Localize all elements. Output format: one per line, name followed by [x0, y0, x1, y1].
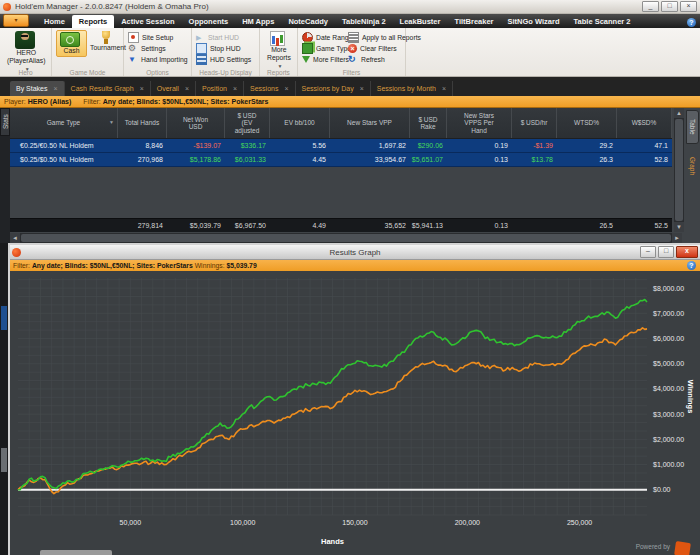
column-header-7[interactable]: New Stars VPPS Per Hand	[447, 108, 512, 138]
horizontal-scrollbar[interactable]: ◄ ►	[10, 233, 682, 243]
hero-player-button[interactable]: HERO (PlayerAlias) ▼	[4, 30, 49, 73]
report-tab-position[interactable]: Position×	[196, 81, 244, 96]
column-header-0[interactable]: Game Type▼	[10, 108, 118, 138]
close-tab-icon[interactable]: ×	[185, 85, 189, 92]
site-setup-button[interactable]: Site Setup	[128, 32, 187, 43]
close-tab-icon[interactable]: ×	[442, 85, 446, 92]
stop-hud-label: Stop HUD	[210, 45, 241, 52]
stop-hud-button[interactable]: Stop HUD	[196, 43, 255, 54]
column-header-10[interactable]: W$SD%	[617, 108, 672, 138]
report-tab-overall[interactable]: Overall×	[151, 81, 196, 96]
maximize-button[interactable]: □	[661, 1, 678, 12]
cell: €0.25/€0.50 NL Holdem	[10, 139, 118, 152]
hud-settings-label: HUD Settings	[210, 56, 251, 63]
menu-tab-leakbuster[interactable]: LeakBuster	[393, 15, 448, 28]
scroll-right-icon[interactable]: ►	[672, 233, 682, 243]
y-axis-tick-label: $0.00	[653, 486, 671, 493]
cash-button[interactable]: Cash	[56, 30, 87, 57]
report-tab-sessions-by-day[interactable]: Sessions by Day×	[296, 81, 371, 96]
column-header-9[interactable]: WTSD%	[557, 108, 617, 138]
report-tab-cash-results-graph[interactable]: Cash Results Graph×	[65, 81, 151, 96]
background-left-edge	[0, 243, 8, 555]
menu-tab-active-session[interactable]: Active Session	[114, 15, 181, 28]
menu-tab-tiltbreaker[interactable]: TiltBreaker	[447, 15, 500, 28]
column-header-6[interactable]: $ USD Rake	[410, 108, 447, 138]
menu-tab-table-scanner-2[interactable]: Table Scanner 2	[567, 15, 638, 28]
minimize-button[interactable]: _	[642, 1, 659, 12]
y-axis-title: Winnings	[686, 380, 695, 414]
vertical-scrollbar[interactable]: ▲ ▼	[674, 108, 684, 232]
refresh-button[interactable]: ↻Refresh	[348, 54, 421, 65]
graph-minimize-button[interactable]: –	[640, 246, 656, 258]
close-tab-icon[interactable]: ×	[233, 85, 237, 92]
vertical-scroll-thumb[interactable]	[675, 119, 683, 221]
column-header-4[interactable]: EV bb/100	[270, 108, 330, 138]
game-type-icon	[302, 43, 313, 54]
more-filters-button[interactable]: More Filters	[302, 54, 348, 65]
cell: 26.3	[557, 153, 617, 166]
column-header-1[interactable]: Total Hands	[118, 108, 167, 138]
column-header-8[interactable]: $ USD/hr	[512, 108, 557, 138]
results-chart: $0.00$1,000.00$2,000.00$3,000.00$4,000.0…	[10, 271, 696, 555]
more-reports-button[interactable]: More Reports ▼	[264, 30, 294, 70]
cell: $0.25/$0.50 NL Holdem	[10, 153, 118, 166]
graph-filter-bar: Filter: Any date; Blinds: $50NL,€50NL; S…	[10, 260, 700, 271]
cell: 47.1	[617, 139, 672, 152]
close-tab-icon[interactable]: ×	[284, 85, 288, 92]
column-header-3[interactable]: $ USD (EV adjusted	[225, 108, 270, 138]
report-tab-sessions-by-month[interactable]: Sessions by Month×	[371, 81, 453, 96]
stop-hud-icon	[196, 43, 207, 54]
report-tab-sessions[interactable]: Sessions×	[244, 81, 296, 96]
scroll-left-icon[interactable]: ◄	[10, 233, 20, 243]
game-type-button[interactable]: Game Type▼	[302, 43, 348, 54]
menu-tab-home[interactable]: Home	[37, 15, 72, 28]
group-caption-hud: Heads-Up Display	[192, 69, 259, 76]
ribbon-group-hero: HERO (PlayerAlias) ▼ Hero	[0, 28, 52, 76]
help-icon[interactable]: ?	[687, 18, 696, 27]
y-axis-tick-label: $3,000.00	[653, 411, 684, 418]
menu-tab-tableninja-2[interactable]: TableNinja 2	[335, 15, 393, 28]
horizontal-scroll-thumb[interactable]	[21, 234, 671, 242]
x-axis-tick-label: 200,000	[455, 519, 480, 526]
hand-importing-button[interactable]: ▼Hand Importing	[128, 54, 187, 65]
graph-horizontal-scroll-thumb[interactable]	[40, 550, 112, 555]
report-tab-label: Sessions	[250, 85, 278, 92]
report-tab-by-stakes[interactable]: By Stakes×	[10, 81, 65, 96]
cell: 33,954.67	[330, 153, 410, 166]
game-type-label: Game Type	[316, 45, 351, 52]
table-row[interactable]: $0.25/$0.50 NL Holdem270,968$5,178.86$6,…	[10, 153, 672, 167]
totals-cell	[512, 219, 557, 232]
report-tab-label: Cash Results Graph	[71, 85, 134, 92]
graph-side-tab[interactable]: Graph	[686, 148, 699, 184]
app-menu-button[interactable]: ▾	[3, 14, 29, 27]
apply-to-all-reports-button[interactable]: Apply to all Reports	[348, 32, 421, 43]
close-tab-icon[interactable]: ×	[54, 85, 58, 92]
close-tab-icon[interactable]: ×	[140, 85, 144, 92]
date-range-button[interactable]: Date Range▼	[302, 32, 348, 43]
close-tab-icon[interactable]: ×	[360, 85, 364, 92]
column-filter-icon[interactable]: ▼	[109, 120, 114, 126]
totals-cell: 4.49	[270, 219, 330, 232]
menu-tab-opponents[interactable]: Opponents	[182, 15, 236, 28]
hud-settings-button[interactable]: HUD Settings	[196, 54, 255, 65]
menu-tab-notecaddy[interactable]: NoteCaddy	[281, 15, 335, 28]
tournament-button[interactable]: Tournament	[87, 30, 129, 57]
y-axis-tick-label: $1,000.00	[653, 461, 684, 468]
menu-tab-hm-apps[interactable]: HM Apps	[235, 15, 281, 28]
table-side-tab[interactable]: Table	[686, 110, 699, 144]
menu-tab-reports[interactable]: Reports	[72, 15, 114, 28]
table-row[interactable]: €0.25/€0.50 NL Holdem8,846-$139.07$336.1…	[10, 139, 672, 153]
settings-button[interactable]: ⚙Settings	[128, 43, 187, 54]
graph-maximize-button[interactable]: □	[658, 246, 674, 258]
stats-side-tab[interactable]: Stats	[0, 108, 10, 136]
menu-tab-sitngo-wizard[interactable]: SitNGo Wizard	[501, 15, 567, 28]
close-button[interactable]: ×	[680, 1, 697, 12]
graph-info-icon[interactable]: ?	[687, 261, 696, 270]
refresh-icon: ↻	[348, 55, 358, 64]
scroll-down-icon[interactable]: ▼	[674, 222, 684, 232]
scroll-up-icon[interactable]: ▲	[674, 108, 684, 118]
graph-close-button[interactable]: x	[676, 246, 698, 258]
clear-filters-button[interactable]: ×Clear Filters	[348, 43, 421, 54]
column-header-5[interactable]: New Stars VPP	[330, 108, 410, 138]
column-header-2[interactable]: Net Won USD	[167, 108, 225, 138]
